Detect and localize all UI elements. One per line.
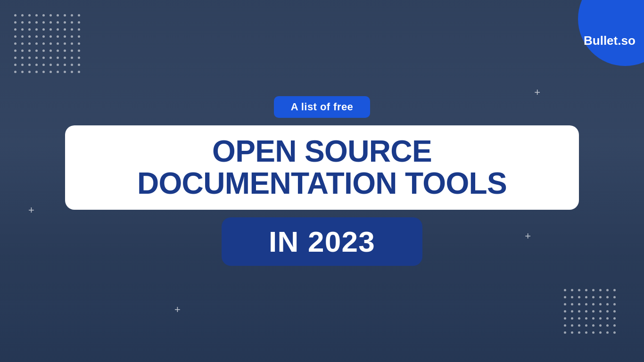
dot <box>564 324 566 327</box>
dot <box>578 324 580 327</box>
dot <box>71 21 73 24</box>
dot <box>14 21 17 24</box>
page-scene: Bullet.so + + + + A list of free OPEN SO… <box>0 0 644 362</box>
dot <box>64 71 66 73</box>
dot <box>35 64 38 66</box>
dot <box>585 324 587 327</box>
dot <box>599 317 602 320</box>
dot <box>606 310 609 313</box>
dot <box>35 28 38 31</box>
dot <box>50 64 52 66</box>
dot <box>42 42 45 45</box>
dot <box>571 289 573 291</box>
dot <box>599 331 602 334</box>
plus-left-mid-icon: + <box>28 205 34 215</box>
brand-name: Bullet.so <box>584 33 636 48</box>
dot <box>71 42 73 45</box>
dot <box>592 317 594 320</box>
dot <box>21 64 24 66</box>
dot <box>578 303 580 305</box>
dot <box>571 324 573 327</box>
dot <box>606 289 609 291</box>
dot <box>592 296 594 298</box>
dot <box>571 303 573 305</box>
dot <box>78 42 80 45</box>
dot <box>35 14 38 16</box>
dot <box>78 49 80 52</box>
dot <box>57 64 59 66</box>
dot <box>50 21 52 24</box>
dot <box>578 317 580 320</box>
dot <box>28 49 31 52</box>
dot <box>71 35 73 38</box>
dot <box>78 14 80 16</box>
dot <box>613 289 616 291</box>
dot <box>50 14 52 16</box>
dot <box>28 21 31 24</box>
dot <box>599 324 602 327</box>
dot <box>42 64 45 66</box>
dot <box>35 49 38 52</box>
dot <box>564 331 566 334</box>
dot <box>599 296 602 298</box>
dot <box>14 49 17 52</box>
main-title: OPEN SOURCE DOCUMENTATION TOOLS <box>137 134 507 200</box>
dot <box>78 57 80 59</box>
dot <box>28 64 31 66</box>
dot <box>613 324 616 327</box>
dot <box>21 21 24 24</box>
dot <box>64 49 66 52</box>
dot <box>28 35 31 38</box>
dot <box>42 57 45 59</box>
dot <box>78 28 80 31</box>
year-pill: IN 2023 <box>222 217 422 266</box>
dot <box>42 14 45 16</box>
dot <box>71 57 73 59</box>
dot <box>78 64 80 66</box>
dot <box>585 289 587 291</box>
dot <box>606 303 609 305</box>
main-content: A list of free OPEN SOURCE DOCUMENTATION… <box>65 96 579 265</box>
dot <box>592 324 594 327</box>
dot <box>606 317 609 320</box>
dot <box>57 57 59 59</box>
dot <box>28 28 31 31</box>
dot <box>71 14 73 16</box>
dot <box>28 71 31 73</box>
dot <box>57 21 59 24</box>
dot <box>585 303 587 305</box>
dot <box>564 317 566 320</box>
dot <box>78 21 80 24</box>
dot <box>64 57 66 59</box>
dot <box>35 71 38 73</box>
dot <box>57 35 59 38</box>
dot <box>42 21 45 24</box>
dot <box>14 42 17 45</box>
dot <box>50 28 52 31</box>
dot <box>64 42 66 45</box>
dot <box>21 28 24 31</box>
dot <box>599 289 602 291</box>
dot <box>606 324 609 327</box>
dot <box>64 14 66 16</box>
dot <box>71 28 73 31</box>
dot <box>592 289 594 291</box>
dot <box>613 296 616 298</box>
dot <box>21 71 24 73</box>
dot <box>585 331 587 334</box>
dot <box>64 64 66 66</box>
dot <box>571 331 573 334</box>
dot <box>592 303 594 305</box>
dot <box>571 310 573 313</box>
dot <box>592 310 594 313</box>
dot <box>35 35 38 38</box>
dot <box>35 21 38 24</box>
dot <box>78 35 80 38</box>
dot <box>42 35 45 38</box>
dot <box>71 49 73 52</box>
dot <box>28 42 31 45</box>
dot <box>606 296 609 298</box>
dot <box>578 331 580 334</box>
dot <box>78 71 80 73</box>
dot <box>613 303 616 305</box>
